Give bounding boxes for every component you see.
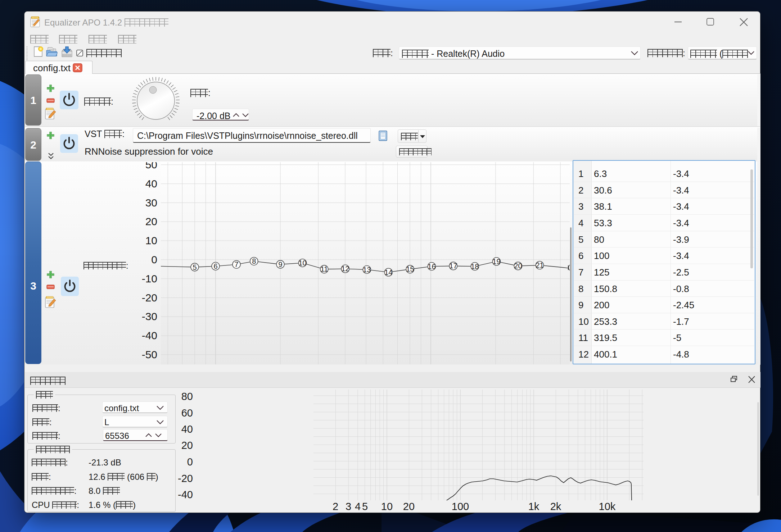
svg-text:20: 20 [514,262,522,270]
svg-text:0: 0 [151,254,157,265]
svg-text:15: 15 [406,265,414,273]
svg-text:21: 21 [536,261,543,269]
svg-text:-50: -50 [142,349,157,360]
svg-text:10: 10 [145,235,157,246]
svg-text:30: 30 [145,197,157,209]
svg-text:16: 16 [428,263,435,270]
svg-text:6: 6 [213,262,217,270]
svg-text:18: 18 [471,263,479,270]
svg-text:-30: -30 [142,310,157,322]
svg-text:12: 12 [341,265,349,273]
svg-text:17: 17 [449,262,457,270]
svg-text:40: 40 [145,178,157,190]
svg-text:20: 20 [145,215,157,227]
svg-text:-10: -10 [142,273,157,285]
svg-text:13: 13 [363,266,371,274]
svg-text:14: 14 [384,268,392,276]
svg-text:11: 11 [320,265,328,273]
svg-text:50: 50 [145,162,157,170]
svg-text:-40: -40 [142,329,157,341]
svg-text:9: 9 [278,260,282,268]
svg-text:10: 10 [298,259,306,267]
svg-text:-20: -20 [142,292,157,304]
svg-text:19: 19 [492,258,500,265]
svg-text:5: 5 [193,263,197,271]
svg-text:8: 8 [252,257,256,265]
svg-text:7: 7 [234,260,238,268]
